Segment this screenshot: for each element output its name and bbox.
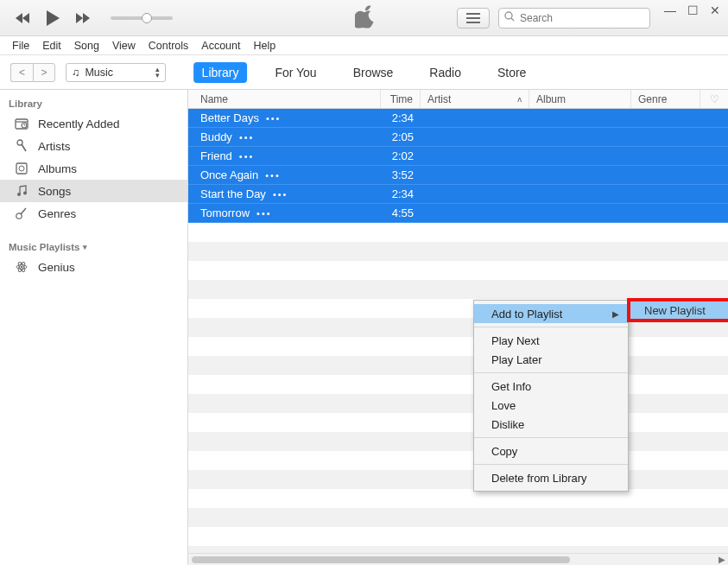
context-menu: Add to Playlist ▶ Play Next Play Later G…	[473, 300, 629, 492]
sidebar-item-albums[interactable]: Albums	[0, 157, 187, 180]
song-name: Tomorrow	[200, 206, 250, 219]
window-controls: — ☐ ✕	[664, 3, 721, 17]
menu-help[interactable]: Help	[249, 38, 282, 54]
tab-for-you[interactable]: For You	[266, 62, 325, 83]
more-icon[interactable]: •••	[265, 170, 281, 181]
table-row[interactable]: Once Again••• 3:52	[188, 166, 728, 185]
song-time: 2:05	[381, 130, 421, 143]
ctx-get-info[interactable]: Get Info	[474, 377, 628, 396]
tab-browse[interactable]: Browse	[345, 62, 402, 83]
col-header-genre[interactable]: Genre	[631, 90, 700, 108]
ctx-add-to-playlist[interactable]: Add to Playlist ▶	[474, 304, 628, 323]
svg-point-18	[19, 166, 24, 171]
svg-marker-1	[16, 13, 22, 23]
ctx-play-next[interactable]: Play Next	[474, 331, 628, 350]
svg-marker-2	[47, 10, 60, 26]
tab-radio[interactable]: Radio	[421, 62, 470, 83]
sidebar-item-genres[interactable]: Genres	[0, 202, 187, 225]
maximize-button[interactable]: ☐	[687, 3, 699, 17]
sidebar-playlists-header[interactable]: Music Playlists ▾	[0, 237, 187, 256]
ctx-submenu-new-playlist[interactable]: New Playlist	[629, 300, 728, 321]
menu-controls[interactable]: Controls	[143, 38, 194, 54]
sidebar-item-genius[interactable]: Genius	[0, 256, 187, 278]
close-button[interactable]: ✕	[709, 3, 721, 17]
table-row[interactable]: Buddy••• 2:05	[188, 128, 728, 147]
menu-edit[interactable]: Edit	[37, 38, 66, 54]
more-icon[interactable]: •••	[239, 132, 255, 143]
nav-back-button[interactable]: <	[10, 63, 33, 82]
svg-line-16	[22, 144, 26, 151]
table-row[interactable]: Friend••• 2:02	[188, 147, 728, 166]
more-icon[interactable]: •••	[256, 208, 272, 219]
note-icon: ♫	[72, 67, 79, 79]
search-icon	[504, 11, 515, 24]
more-icon[interactable]: •••	[239, 151, 255, 162]
guitar-icon	[14, 206, 29, 220]
volume-slider[interactable]	[111, 16, 173, 20]
menu-song[interactable]: Song	[69, 38, 104, 54]
titlebar: — ☐ ✕	[0, 0, 728, 36]
ctx-item-label: Play Next	[491, 334, 540, 347]
minimize-button[interactable]: —	[664, 3, 676, 17]
ctx-item-label: Dislike	[491, 418, 524, 431]
menu-view[interactable]: View	[107, 38, 141, 54]
horizontal-scrollbar[interactable]: ▶	[188, 553, 728, 565]
note-icon	[14, 184, 29, 198]
tab-library[interactable]: Library	[193, 62, 248, 83]
more-icon[interactable]: •••	[273, 189, 288, 200]
svg-marker-3	[76, 13, 83, 23]
sidebar-item-recently-added[interactable]: Recently Added	[0, 112, 187, 135]
table-row[interactable]: Start the Day••• 2:34	[188, 185, 728, 204]
song-time: 2:02	[381, 149, 421, 162]
col-header-artist[interactable]: Artistʌ	[421, 90, 529, 108]
song-time: 2:34	[381, 111, 421, 124]
sidebar-item-artists[interactable]: Artists	[0, 135, 187, 157]
song-name: Start the Day	[200, 187, 266, 200]
sidebar-item-songs[interactable]: Songs	[0, 180, 187, 202]
song-time: 4:55	[381, 206, 421, 219]
sidebar-playlists-label: Music Playlists	[9, 242, 79, 252]
scroll-right-arrow-icon[interactable]: ▶	[716, 555, 728, 564]
tab-store[interactable]: Store	[489, 62, 535, 83]
col-header-name[interactable]: Name	[188, 90, 381, 108]
sidebar-item-label: Genres	[38, 207, 76, 220]
media-selector-label: Music	[85, 67, 113, 79]
svg-point-8	[505, 12, 512, 19]
ctx-submenu-label: New Playlist	[644, 304, 706, 317]
empty-rows-bg	[188, 223, 728, 553]
ctx-separator	[474, 372, 628, 373]
col-header-love[interactable]: ♡	[700, 90, 728, 108]
col-header-artist-label: Artist	[427, 93, 451, 105]
apple-logo-icon	[355, 5, 374, 30]
ctx-dislike[interactable]: Dislike	[474, 415, 628, 434]
search-field[interactable]	[498, 8, 650, 29]
submenu-arrow-icon: ▶	[612, 309, 619, 319]
nav-forward-button[interactable]: >	[33, 63, 55, 82]
svg-rect-7	[466, 22, 480, 23]
song-name: Once Again	[200, 168, 258, 181]
list-view-button[interactable]	[457, 8, 490, 29]
song-name: Buddy	[200, 130, 232, 143]
next-button[interactable]	[73, 12, 90, 24]
svg-rect-17	[16, 163, 27, 174]
ctx-love[interactable]: Love	[474, 396, 628, 415]
ctx-copy[interactable]: Copy	[474, 441, 628, 460]
table-row[interactable]: Better Days••• 2:34	[188, 109, 728, 128]
menu-file[interactable]: File	[7, 38, 35, 54]
clock-icon	[14, 117, 29, 130]
media-selector[interactable]: ♫ Music ▴▾	[66, 63, 166, 82]
col-header-album[interactable]: Album	[529, 90, 631, 108]
ctx-play-later[interactable]: Play Later	[474, 350, 628, 369]
more-icon[interactable]: •••	[266, 113, 282, 124]
svg-rect-6	[466, 17, 480, 19]
menu-account[interactable]: Account	[196, 38, 245, 54]
scrollbar-thumb[interactable]	[192, 556, 570, 563]
sidebar-item-label: Genius	[38, 261, 75, 274]
search-input[interactable]	[520, 12, 649, 24]
col-header-time[interactable]: Time	[381, 90, 421, 108]
prev-button[interactable]	[16, 12, 33, 24]
svg-marker-0	[22, 13, 29, 23]
table-row[interactable]: Tomorrow••• 4:55	[188, 204, 728, 223]
play-button[interactable]	[45, 10, 60, 27]
ctx-delete[interactable]: Delete from Library	[474, 468, 628, 487]
